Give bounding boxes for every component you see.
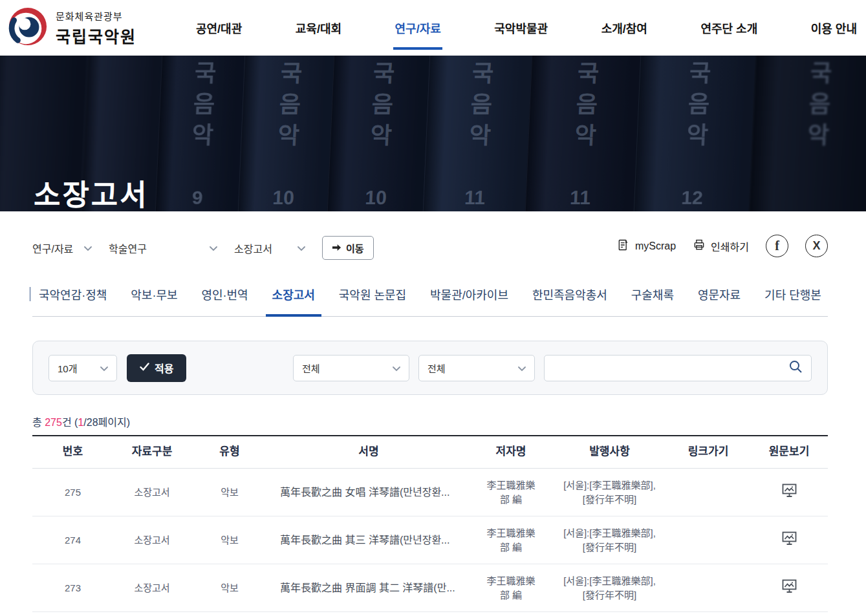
chevron-down-icon <box>518 363 526 374</box>
printer-icon <box>693 239 706 254</box>
myscrap-button[interactable]: myScrap <box>617 239 676 254</box>
tab-oral-records[interactable]: 구술채록 <box>625 286 680 316</box>
row-title-link[interactable]: 萬年長歡之曲 界面調 其二 洋琴譜(만... <box>268 580 469 595</box>
tab-old-books[interactable]: 소장고서 <box>266 286 321 317</box>
facebook-share-button[interactable]: f <box>766 235 788 257</box>
field-filter-select[interactable]: 전체 <box>418 355 535 381</box>
row-type: 악보 <box>191 581 268 595</box>
col-title: 서명 <box>268 444 469 460</box>
total-count: 275 <box>45 417 62 428</box>
category-tabs: 국악연감·정책 악보·무보 영인·번역 소장고서 국악원 논문집 박물관/아카이… <box>32 286 828 317</box>
utility-links: myScrap 인쇄하기 f X <box>617 235 828 257</box>
chevron-down-icon <box>100 363 108 374</box>
filter-panel: 10개 적용 전체 전체 <box>32 341 828 395</box>
row-author: 李王職雅樂部 編 <box>469 526 553 555</box>
tab-journal[interactable]: 국악원 논문집 <box>332 286 413 316</box>
search-icon[interactable] <box>788 359 803 376</box>
col-link: 링크가기 <box>666 444 750 460</box>
nav-museum[interactable]: 국악박물관 <box>492 0 550 56</box>
row-publication: [서울]:[李王職雅樂部],[發行年不明] <box>553 478 666 507</box>
search-input[interactable] <box>553 363 788 374</box>
row-view-cell <box>750 482 828 503</box>
government-emblem-icon <box>8 6 48 49</box>
book-list-table: 번호 자료구분 유형 서명 저자명 발행사항 링크가기 원문보기 275 소장고… <box>32 435 828 612</box>
col-category: 자료구분 <box>113 444 191 460</box>
x-icon: X <box>812 239 820 253</box>
apply-button[interactable]: 적용 <box>127 354 186 382</box>
col-type: 유형 <box>191 444 268 460</box>
row-number: 275 <box>32 485 113 500</box>
main-nav: 공연/대관 교육/대회 연구/자료 국악박물관 소개/참여 연주단 소개 이용 … <box>193 0 860 56</box>
x-share-button[interactable]: X <box>805 235 828 257</box>
table-row: 275 소장고서 악보 萬年長歡之曲 女唱 洋琴譜(만년장환... 李王職雅樂部… <box>32 469 828 516</box>
facebook-icon: f <box>775 239 779 253</box>
logo-text: 문화체육관광부 국립국악원 <box>56 9 136 47</box>
document-view-icon[interactable] <box>781 577 798 595</box>
row-view-cell <box>750 577 828 599</box>
check-icon <box>140 362 149 374</box>
nav-education[interactable]: 교육/대회 <box>293 0 344 56</box>
row-view-cell <box>750 529 828 551</box>
nav-orchestra[interactable]: 연주단 소개 <box>698 0 760 56</box>
page-size-select[interactable]: 10개 <box>49 355 117 381</box>
logo-org-name: 국립국악원 <box>56 24 136 47</box>
row-type: 악보 <box>191 485 268 500</box>
chevron-down-icon <box>203 242 217 254</box>
tab-korean-music-series[interactable]: 한민족음악총서 <box>526 286 614 316</box>
nav-performance[interactable]: 공연/대관 <box>193 0 244 56</box>
nav-about[interactable]: 소개/참여 <box>599 0 650 56</box>
results-summary: 총 275건 (1/28페이지) <box>32 414 828 429</box>
breadcrumb-select-depth1[interactable]: 연구/자료 <box>32 240 92 256</box>
row-title-link[interactable]: 萬年長歡之曲 女唱 洋琴譜(만년장환... <box>268 485 469 500</box>
row-title-link[interactable]: 萬年長歡之曲 其三 洋琴譜(만년장환... <box>268 533 469 547</box>
table-row: 273 소장고서 악보 萬年長歡之曲 界面調 其二 洋琴譜(만... 李王職雅樂… <box>32 564 828 612</box>
col-number: 번호 <box>32 444 113 460</box>
nav-research[interactable]: 연구/자료 <box>393 0 444 56</box>
search-filter-group: 전체 전체 <box>293 355 812 381</box>
row-publication: [서울]:[李王職雅樂部],[發行年不明] <box>553 574 666 602</box>
col-view: 원문보기 <box>750 444 828 460</box>
site-logo[interactable]: 문화체육관광부 국립국악원 <box>8 6 136 49</box>
row-number: 273 <box>32 581 113 595</box>
tab-reprint-translation[interactable]: 영인·번역 <box>195 286 254 316</box>
row-type: 악보 <box>191 533 268 547</box>
category-filter-select[interactable]: 전체 <box>293 355 409 381</box>
nav-guide[interactable]: 이용 안내 <box>808 0 860 56</box>
col-author: 저자명 <box>469 444 553 460</box>
logo-ministry: 문화체육관광부 <box>56 9 136 23</box>
table-row: 274 소장고서 악보 萬年長歡之曲 其三 洋琴譜(만년장환... 李王職雅樂部… <box>32 516 828 564</box>
row-author: 李王職雅樂部 編 <box>469 478 553 507</box>
tab-english-materials[interactable]: 영문자료 <box>691 286 747 316</box>
search-box <box>544 355 812 381</box>
tab-yearbook-policy[interactable]: 국악연감·정책 <box>32 286 113 316</box>
breadcrumb-select-depth3[interactable]: 소장고서 <box>234 240 305 256</box>
site-header: 문화체육관광부 국립국악원 공연/대관 교육/대회 연구/자료 국악박물관 소개… <box>0 0 866 56</box>
table-header-row: 번호 자료구분 유형 서명 저자명 발행사항 링크가기 원문보기 <box>32 436 828 469</box>
tab-museum-archive[interactable]: 박물관/아카이브 <box>424 286 515 316</box>
row-author: 李王職雅樂部 編 <box>469 574 553 602</box>
row-publication: [서울]:[李王職雅樂部],[發行年不明] <box>553 526 666 555</box>
row-category: 소장고서 <box>113 581 191 595</box>
chevron-down-icon <box>393 363 400 374</box>
chevron-down-icon <box>78 242 92 254</box>
print-button[interactable]: 인쇄하기 <box>693 239 749 254</box>
row-category: 소장고서 <box>113 533 191 547</box>
tab-other-books[interactable]: 기타 단행본 <box>758 286 828 316</box>
go-button[interactable]: 이동 <box>322 236 374 260</box>
breadcrumb: 연구/자료 학술연구 소장고서 이동 <box>32 211 828 260</box>
tab-score-notation[interactable]: 악보·무보 <box>124 286 184 316</box>
scrap-document-icon <box>617 239 630 254</box>
current-page: 1 <box>78 417 83 428</box>
hero-banner: 한국음악9 한국음악10 한국음악10 한국음악11 한국음악11 한국음악12… <box>0 56 866 211</box>
chevron-down-icon <box>291 242 305 254</box>
document-view-icon[interactable] <box>781 529 798 547</box>
document-view-icon[interactable] <box>781 482 798 499</box>
row-category: 소장고서 <box>113 485 191 500</box>
row-number: 274 <box>32 533 113 547</box>
col-publication: 발행사항 <box>553 444 666 460</box>
breadcrumb-select-depth2[interactable]: 학술연구 <box>109 240 217 256</box>
arrow-right-icon <box>332 242 341 253</box>
page-title: 소장고서 <box>34 172 149 211</box>
